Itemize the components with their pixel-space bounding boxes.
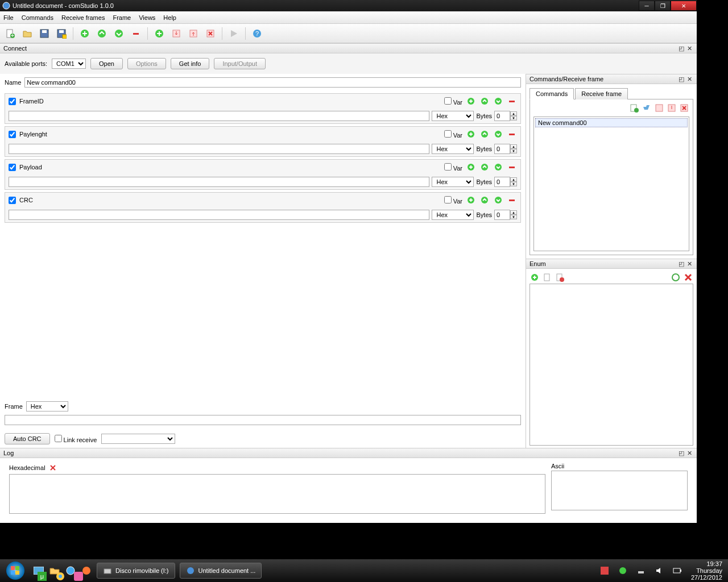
menu-views[interactable]: Views bbox=[139, 14, 155, 21]
field-down-icon[interactable] bbox=[493, 96, 503, 106]
enum-delete-icon[interactable] bbox=[683, 272, 693, 282]
up-icon[interactable] bbox=[95, 27, 109, 40]
bytes-down-icon[interactable]: ▼ bbox=[510, 116, 517, 120]
field-add-icon[interactable] bbox=[466, 129, 476, 139]
autocrc-button[interactable]: Auto CRC bbox=[5, 433, 50, 444]
connect-close-icon[interactable]: ✕ bbox=[685, 45, 693, 52]
add-icon[interactable] bbox=[78, 27, 92, 40]
field-format-select[interactable]: Hex bbox=[432, 111, 474, 121]
save-icon[interactable] bbox=[38, 27, 51, 40]
bytes-up-icon[interactable]: ▲ bbox=[510, 210, 517, 215]
field-enable-checkbox[interactable] bbox=[9, 131, 16, 138]
menu-commands[interactable]: Commands bbox=[22, 14, 53, 21]
tray-volume-icon[interactable] bbox=[653, 564, 665, 577]
enum-undock-icon[interactable]: ◰ bbox=[677, 260, 685, 268]
run-icon[interactable] bbox=[227, 27, 241, 40]
new-file-icon[interactable]: + bbox=[3, 27, 17, 40]
enum-list[interactable] bbox=[530, 284, 693, 446]
enum-edit-icon[interactable] bbox=[542, 272, 552, 282]
close-button[interactable]: ✕ bbox=[671, 1, 697, 11]
cmd-delete-icon[interactable] bbox=[679, 103, 689, 113]
enum-add-icon[interactable] bbox=[530, 272, 540, 282]
field-up-icon[interactable] bbox=[479, 162, 490, 172]
quick-utorrent-icon[interactable]: μ bbox=[36, 570, 48, 582]
link-receive-select[interactable] bbox=[101, 434, 175, 444]
log-close-icon[interactable]: ✕ bbox=[685, 450, 693, 457]
open-file-icon[interactable] bbox=[20, 27, 34, 40]
field-up-icon[interactable] bbox=[479, 129, 490, 139]
cmd-export-icon[interactable] bbox=[667, 103, 677, 113]
tray-battery-icon[interactable] bbox=[671, 564, 684, 577]
field-var-checkbox[interactable]: Var bbox=[444, 97, 462, 106]
link-receive-checkbox[interactable]: Link receive bbox=[55, 435, 97, 443]
taskbar-item-disk[interactable]: Disco rimovibile (I:) bbox=[97, 563, 175, 579]
menu-file[interactable]: File bbox=[3, 14, 14, 21]
menu-help[interactable]: Help bbox=[163, 14, 176, 21]
name-input[interactable] bbox=[24, 77, 521, 88]
field-add-icon[interactable] bbox=[466, 195, 476, 205]
log-ascii-area[interactable] bbox=[551, 471, 688, 510]
field-up-icon[interactable] bbox=[479, 195, 490, 205]
maximize-button[interactable]: ❐ bbox=[655, 1, 671, 11]
menu-receive-frames[interactable]: Receive frames bbox=[61, 14, 105, 21]
field-bytes-input[interactable] bbox=[494, 177, 510, 187]
tray-icon-1[interactable] bbox=[598, 564, 611, 577]
field-bytes-input[interactable] bbox=[494, 210, 510, 220]
frame-output-input[interactable] bbox=[5, 415, 521, 425]
field-remove-icon[interactable] bbox=[507, 195, 517, 205]
field-var-checkbox[interactable]: Var bbox=[444, 196, 462, 205]
commands-close-icon[interactable]: ✕ bbox=[685, 76, 693, 83]
taskbar-clock[interactable]: 19:37 Thursday 27/12/2012 bbox=[688, 560, 726, 581]
commands-list[interactable]: New command00 bbox=[533, 117, 689, 251]
field-bytes-input[interactable] bbox=[494, 144, 510, 154]
help-icon[interactable]: ? bbox=[250, 27, 264, 40]
field-format-select[interactable]: Hex bbox=[432, 210, 474, 220]
log-undock-icon[interactable]: ◰ bbox=[677, 450, 685, 457]
add-frame-icon[interactable] bbox=[152, 27, 166, 40]
field-remove-icon[interactable] bbox=[507, 162, 517, 172]
field-format-select[interactable]: Hex bbox=[432, 177, 474, 187]
enum-remove-icon[interactable] bbox=[555, 272, 565, 282]
remove-icon[interactable] bbox=[129, 27, 143, 40]
start-button[interactable] bbox=[0, 559, 31, 582]
field-add-icon[interactable] bbox=[466, 162, 476, 172]
field-var-checkbox[interactable]: Var bbox=[444, 130, 462, 139]
quick-chrome-icon[interactable] bbox=[54, 570, 67, 582]
bytes-up-icon[interactable]: ▲ bbox=[510, 111, 517, 116]
field-enable-checkbox[interactable] bbox=[9, 164, 16, 171]
port-select[interactable]: COM1 bbox=[52, 59, 86, 69]
commands-undock-icon[interactable]: ◰ bbox=[677, 76, 685, 83]
field-bytes-input[interactable] bbox=[494, 111, 510, 121]
field-up-icon[interactable] bbox=[479, 96, 490, 106]
field-down-icon[interactable] bbox=[493, 129, 503, 139]
taskbar-item-app[interactable]: Untitled document ... bbox=[180, 563, 262, 579]
tray-network-icon[interactable] bbox=[635, 564, 647, 577]
delete-frame-icon[interactable] bbox=[204, 27, 217, 40]
field-format-select[interactable]: Hex bbox=[432, 144, 474, 154]
field-remove-icon[interactable] bbox=[507, 129, 517, 139]
enum-refresh-icon[interactable] bbox=[671, 272, 681, 282]
log-clear-icon[interactable] bbox=[48, 463, 58, 473]
cmd-copy-icon[interactable] bbox=[642, 103, 652, 113]
tray-icon-2[interactable] bbox=[617, 564, 629, 577]
field-remove-icon[interactable] bbox=[507, 96, 517, 106]
field-add-icon[interactable] bbox=[466, 96, 476, 106]
bytes-down-icon[interactable]: ▼ bbox=[510, 149, 517, 153]
command-list-item[interactable]: New command00 bbox=[535, 118, 688, 127]
minimize-button[interactable]: ─ bbox=[639, 1, 655, 11]
field-enable-checkbox[interactable] bbox=[9, 197, 16, 204]
input-output-button[interactable]: Input/Output bbox=[214, 58, 266, 69]
field-value-input[interactable] bbox=[9, 210, 429, 220]
save-as-icon[interactable] bbox=[55, 27, 68, 40]
field-value-input[interactable] bbox=[9, 177, 429, 187]
cmd-import-icon[interactable] bbox=[654, 103, 664, 113]
down-icon[interactable] bbox=[112, 27, 126, 40]
cmd-add-icon[interactable] bbox=[629, 103, 639, 113]
field-enable-checkbox[interactable] bbox=[9, 98, 16, 105]
enum-close-icon[interactable]: ✕ bbox=[685, 260, 693, 268]
options-button[interactable]: Options bbox=[127, 58, 166, 69]
import-icon[interactable] bbox=[169, 27, 183, 40]
tab-receive-frame[interactable]: Receive frame bbox=[575, 88, 628, 99]
open-button[interactable]: Open bbox=[90, 58, 123, 69]
frame-format-select[interactable]: Hex bbox=[26, 401, 68, 411]
